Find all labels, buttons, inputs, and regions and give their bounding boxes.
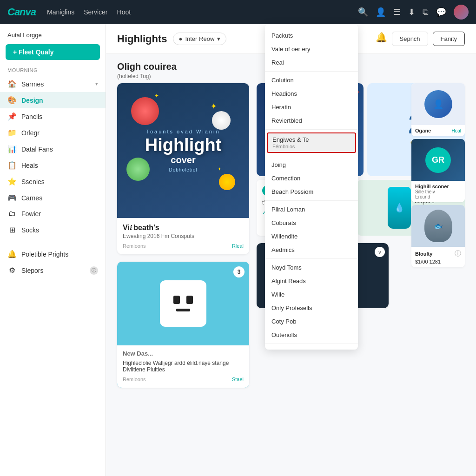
menu-icon[interactable]: ☰ [393,7,401,17]
card-body: Vi𝑖 beath's Eweating 2016 Fm Consputs Re… [117,218,249,254]
sidebar-item-label: Datal Fans [21,145,53,153]
avatar[interactable] [454,5,469,20]
dropdown-item-aedmics[interactable]: Aedmics [265,243,358,257]
dropdown-item-comection[interactable]: Comection [265,172,358,185]
card-medium-image [117,262,249,345]
dropdown-item-outenolls[interactable]: Outenolls [265,328,358,342]
card-title-text: Highlight [145,136,222,155]
fr-card-highill-img: GR [411,139,465,181]
medium-footer-right[interactable]: Stael [232,377,244,382]
card-image: ✦ ✦ ✦ Toaunts ovad Wianin Highlight cove… [117,83,249,218]
games-icon: 🎮 [7,193,17,202]
fr-card-ogane[interactable]: 👤 Ogane Hoal [411,83,465,136]
dropdown-item-headions[interactable]: Headions [265,87,358,100]
dropdown-item-noyd[interactable]: Noyd Toms [265,261,358,274]
dropdown-item-algint[interactable]: Algint Reads [265,274,358,288]
chat-icon[interactable]: 💬 [436,7,446,17]
nav-maniglins[interactable]: Maniglins [47,8,74,16]
dropdown-item-packuts[interactable]: Packuts [265,29,358,42]
filter-button[interactable]: ● Inter Reow ▾ [173,33,227,45]
fr-card-ogane-title: Ogane [415,128,431,133]
sidebar-section-label: Mourning [0,67,106,76]
sidebar-item-slepors[interactable]: ⚙ Slepors ⓘ [0,262,106,278]
card-footer-right[interactable]: Rleal [232,243,244,249]
layers-icon[interactable]: ⧉ [423,7,429,17]
sepnch-button[interactable]: Sepnch [392,32,428,46]
layout: Autal Lorgge + Fleet Qualy Mourning 🏠 Sa… [0,0,476,476]
sidebar-item-carnes[interactable]: 🎮 Carnes [0,190,106,206]
fr-card-highill[interactable]: GR Highill sconer Sille trieiv Eround [411,139,465,202]
files-icon: 🗂 [7,210,17,218]
fr-card-highill-sub1: Sille trieiv [415,189,461,194]
card-footer-left: Remioons [123,243,146,249]
user-icon[interactable]: 👤 [376,7,386,17]
sidebar-item-label: Sarmes [21,80,44,88]
create-button[interactable]: + Fleet Qualy [6,44,100,60]
dropdown-item-wille[interactable]: Wille [265,288,358,301]
nav-hoot[interactable]: Hoot [117,8,131,16]
sidebar-item-heals[interactable]: 📋 Heals [0,157,106,173]
dropdown-item-real[interactable]: Real [265,56,358,69]
dropdown-item-heratin[interactable]: Heratin [265,100,358,114]
filter-label: Inter Reow [185,35,214,42]
chart-icon: 📊 [7,145,17,153]
nav-servicer[interactable]: Servicer [84,8,107,16]
dropdown-item-vale[interactable]: Vale of oer ery [265,42,358,56]
design-icon: 🎨 [7,96,17,105]
topnav-icons: 🔍 👤 ☰ ⬇ ⧉ 💬 [358,5,469,20]
sidebar-item-socks[interactable]: ⊞ Socks [0,222,106,238]
sidebar-item-datal-fans[interactable]: 📊 Datal Fans [0,141,106,157]
dropdown-item-reviertbled[interactable]: Reviertbled [265,114,358,127]
fr-card-ogane-img: 👤 [411,83,465,125]
sidebar-item-label: Orlegr [21,129,40,137]
medium-card[interactable]: 3 New Das... Highleclolie Walljegr ard [117,262,249,388]
notification-bell-icon[interactable]: 🔔 [376,32,387,46]
clipboard-icon: 📋 [7,161,17,170]
highlight-cover-card[interactable]: ✦ ✦ ✦ Toaunts ovad Wianin Highlight cove… [117,83,249,254]
sidebar: Autal Lorgge + Fleet Qualy Mourning 🏠 Sa… [0,24,106,476]
info-icon[interactable]: ⓘ [455,250,461,258]
card-subtitle: Eweating 2016 Fm Consputs [123,233,244,239]
dropdown-item-colution[interactable]: Colution [265,73,358,87]
dropdown-item-only[interactable]: Only Profesells [265,301,358,315]
sidebar-item-label: Fowier [21,210,41,218]
sidebar-item-fowier[interactable]: 🗂 Fowier [0,206,106,222]
page-title: Highlights [117,33,167,45]
star-icon: ⭐ [7,177,17,186]
robot-eye-left [173,296,180,304]
info-badge: ⓘ [90,266,98,275]
dropdown-item-willendite[interactable]: Willendite [265,230,358,243]
card-footer: Remioons Rleal [123,243,244,249]
card-badge: 3 [233,266,245,278]
chevron-down-icon: ▾ [95,81,98,87]
dropdown-item-coburats[interactable]: Coburats [265,216,358,230]
canva-logo[interactable]: Canva [7,6,36,18]
highlight-cover-text: Toaunts ovad Wianin Highlight cover Dobh… [145,129,222,172]
dropdown-item-calibs[interactable]: Calibs [265,346,358,350]
dropdown-item-coty[interactable]: Coty Pob [265,315,358,328]
fr-card-bloulty-title: Bloulty [415,251,432,257]
dropdown-section-4: Joing Comection Beach Possiom [265,156,358,201]
search-icon[interactable]: 🔍 [358,7,368,17]
dropdown-item-beach[interactable]: Beach Possiom [265,185,358,198]
dropdown-item-piiral[interactable]: Piiral Loman [265,203,358,216]
sidebar-item-pancils[interactable]: 📌 Pancils [0,108,106,125]
robot-mouth [176,309,190,311]
dropdown-item-engiwes[interactable]: Engiwes & Te Fémbnios [267,132,356,153]
sidebar-item-label: Heals [21,162,38,169]
robot-face [160,280,206,327]
download-icon[interactable]: ⬇ [408,7,415,17]
sidebar-item-label: Design [21,97,43,104]
fr-card-highill-body: Highill sconer Sille trieiv Eround [411,181,465,202]
dropdown-item-joing[interactable]: Joing [265,158,358,172]
sidebar-item-orlegr[interactable]: 📁 Orlegr [0,125,106,141]
sidebar-item-design[interactable]: 🎨 Design [0,92,106,108]
fanity-button[interactable]: Fanity [433,32,465,46]
sidebar-item-sarmes[interactable]: 🏠 Sarmes ▾ [0,76,106,92]
medium-card-desc: Highleclolie Walljegr ardd élild.naye st… [123,360,244,373]
topnav-links: Maniglins Servicer Hoot [47,8,131,16]
sidebar-item-poletible[interactable]: 🔔 Poletible Prights [0,246,106,262]
fr-card-bloulty[interactable]: 🐟 Bloulty ⓘ $1/00 1281 [411,205,465,267]
sidebar-item-label: Socks [21,226,39,234]
sidebar-item-ssenies[interactable]: ⭐ Ssenies [0,173,106,190]
